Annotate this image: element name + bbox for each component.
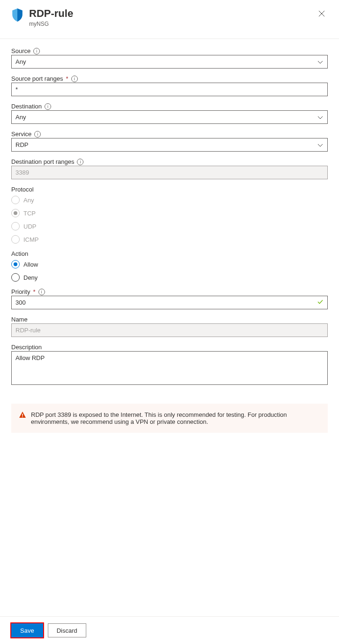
destination-label: Destination <box>11 103 42 110</box>
source-value: Any <box>15 58 26 65</box>
action-deny-radio[interactable]: Deny <box>11 273 328 282</box>
svg-rect-0 <box>22 414 23 416</box>
chevron-down-icon <box>317 59 324 65</box>
close-button[interactable] <box>316 8 328 22</box>
source-port-ranges-input[interactable] <box>11 83 328 96</box>
action-field: Action Allow Deny <box>11 250 328 282</box>
destination-port-ranges-input <box>11 166 328 179</box>
description-input[interactable] <box>11 351 328 385</box>
form: Source i Any Source port ranges * i Dest… <box>0 39 339 395</box>
protocol-udp-label: UDP <box>23 223 36 230</box>
protocol-icmp-label: ICMP <box>23 236 39 243</box>
source-port-ranges-label: Source port ranges <box>11 75 63 82</box>
radio-icon <box>11 196 20 204</box>
radio-icon <box>11 260 20 268</box>
radio-icon <box>11 209 20 217</box>
name-input <box>11 323 328 337</box>
info-icon[interactable]: i <box>45 103 51 110</box>
action-allow-label: Allow <box>23 261 38 268</box>
warning-text: RDP port 3389 is exposed to the Internet… <box>31 411 320 425</box>
description-field: Description <box>11 344 328 387</box>
page-title: RDP-rule <box>29 8 310 20</box>
priority-label: Priority <box>11 288 30 295</box>
service-field: Service i RDP <box>11 130 328 152</box>
source-port-ranges-field: Source port ranges * i <box>11 75 328 96</box>
protocol-field: Protocol Any TCP UDP ICMP <box>11 186 328 244</box>
required-asterisk: * <box>66 75 68 82</box>
required-asterisk: * <box>33 288 35 295</box>
priority-field: Priority * i <box>11 288 328 309</box>
destination-select[interactable]: Any <box>11 110 328 124</box>
destination-port-ranges-field: Destination port ranges i <box>11 158 328 179</box>
shield-icon <box>11 8 23 23</box>
info-icon[interactable]: i <box>38 289 45 295</box>
protocol-udp-radio: UDP <box>11 222 328 230</box>
info-icon[interactable]: i <box>34 131 41 138</box>
check-icon <box>316 298 324 307</box>
source-field: Source i Any <box>11 47 328 69</box>
svg-rect-1 <box>22 416 23 417</box>
footer: Save Discard <box>0 616 339 644</box>
source-label: Source <box>11 47 30 54</box>
protocol-icmp-radio: ICMP <box>11 235 328 244</box>
action-label: Action <box>11 250 28 257</box>
save-button[interactable]: Save <box>11 623 43 637</box>
info-icon[interactable]: i <box>33 48 40 54</box>
warning-banner: RDP port 3389 is exposed to the Internet… <box>11 404 328 433</box>
service-label: Service <box>11 130 31 138</box>
protocol-any-radio: Any <box>11 196 328 204</box>
protocol-any-label: Any <box>23 197 34 204</box>
protocol-tcp-radio: TCP <box>11 209 328 217</box>
radio-icon <box>11 235 20 244</box>
page-subtitle: myNSG <box>29 21 310 27</box>
header: RDP-rule myNSG <box>0 0 339 39</box>
service-select[interactable]: RDP <box>11 138 328 152</box>
action-allow-radio[interactable]: Allow <box>11 260 328 268</box>
destination-port-ranges-label: Destination port ranges <box>11 158 74 165</box>
destination-field: Destination i Any <box>11 103 328 124</box>
info-icon[interactable]: i <box>77 159 83 165</box>
service-value: RDP <box>15 141 28 148</box>
priority-input[interactable] <box>11 296 328 309</box>
description-label: Description <box>11 344 42 351</box>
action-deny-label: Deny <box>23 274 38 281</box>
radio-icon <box>11 273 20 282</box>
radio-icon <box>11 222 20 230</box>
protocol-tcp-label: TCP <box>23 210 36 217</box>
chevron-down-icon <box>317 114 324 121</box>
chevron-down-icon <box>317 142 324 148</box>
discard-button[interactable]: Discard <box>48 623 86 637</box>
source-select[interactable]: Any <box>11 55 328 69</box>
destination-value: Any <box>15 114 26 121</box>
name-label: Name <box>11 316 28 323</box>
warning-icon <box>19 411 26 425</box>
info-icon[interactable]: i <box>71 76 78 82</box>
protocol-label: Protocol <box>11 186 34 193</box>
title-block: RDP-rule myNSG <box>29 8 310 27</box>
name-field: Name <box>11 316 328 337</box>
